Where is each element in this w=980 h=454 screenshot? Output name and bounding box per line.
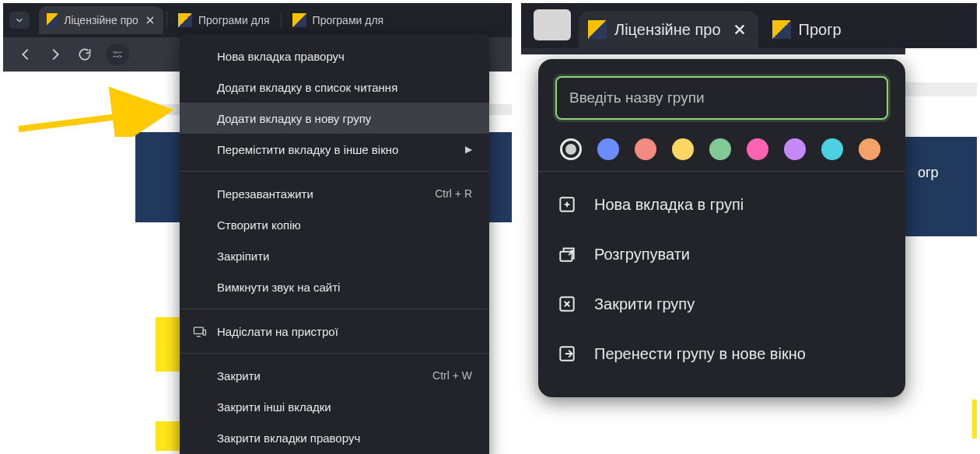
svg-point-0 [114,51,117,54]
tab-active[interactable]: Ліцензійне про [579,11,758,48]
tab-divider [166,12,167,29]
favicon-icon [292,13,306,27]
plus-square-icon [557,194,577,215]
tab-bar: Ліцензійне про Прогр [521,3,977,48]
cm-new-tab-right[interactable]: Нова вкладка праворуч [180,40,489,72]
cm-add-to-reading-list[interactable]: Додати вкладку в список читання [180,72,489,103]
tab-close-button[interactable] [733,22,749,37]
arrow-right-icon [47,46,64,63]
tab-active[interactable]: Ліцензійне про [39,6,163,34]
reload-button[interactable] [76,46,93,63]
tab-search-dropdown[interactable] [9,12,30,29]
ungroup-icon [557,244,577,264]
devices-icon [192,323,208,339]
tab-label: Програми для [198,14,270,26]
shortcut-label: Ctrl + R [435,187,472,200]
tab-close-button[interactable] [145,13,156,27]
group-new-tab[interactable]: Нова вкладка в групі [555,180,888,229]
right-screenshot: Ліцензійне про Прогр огр Нова [521,3,977,451]
menu-separator [180,171,489,172]
close-icon [733,23,746,36]
favicon-icon [47,13,58,27]
menu-separator [180,309,489,309]
tab-bar: Ліцензійне про Програми для Програми для [3,3,512,37]
cm-move-to-window[interactable]: Перемістити вкладку в інше вікно▶ [180,134,489,165]
svg-rect-3 [203,330,205,335]
forward-button[interactable] [47,46,64,63]
reload-icon [77,47,93,62]
cm-send-to-devices[interactable]: Надіслати на пристрої [180,316,489,347]
tune-icon [111,48,124,61]
color-option-blue[interactable] [597,138,619,160]
color-option-purple[interactable] [784,138,806,160]
color-option-cyan[interactable] [821,138,843,160]
move-window-icon [557,344,577,364]
site-settings-button[interactable] [106,44,129,65]
cm-reload[interactable]: ПерезавантажитиCtrl + R [180,178,489,209]
tab-label: Прогр [799,21,842,39]
menu-separator [180,353,489,354]
tab-label: Ліцензійне про [64,14,138,26]
favicon-icon [588,20,607,39]
chevron-down-icon [14,15,25,26]
color-option-green[interactable] [709,138,731,160]
group-move-new-window[interactable]: Перенести групу в нове вікно [555,329,888,379]
color-option-red[interactable] [635,138,656,160]
tab-label: Програми для [313,14,384,26]
arrow-left-icon [17,46,34,63]
svg-point-1 [118,55,121,58]
color-option-pink[interactable] [747,138,768,160]
cm-close-others[interactable]: Закрити інші вкладки [180,391,489,422]
svg-rect-2 [194,327,204,334]
chevron-right-icon: ▶ [465,144,472,155]
back-button[interactable] [17,46,34,63]
page-content: огр [905,48,977,451]
cm-close[interactable]: ЗакритиCtrl + W [180,360,489,391]
color-option-grey[interactable] [560,138,582,160]
page-partial-text: огр [918,165,939,181]
menu-separator [538,171,905,172]
cm-pin[interactable]: Закріпити [180,240,489,271]
left-screenshot: Ліцензійне про Програми для Програми для… [3,3,512,451]
color-option-orange[interactable] [859,138,880,160]
group-name-input[interactable] [555,76,888,120]
group-color-picker [555,138,888,160]
tab-inactive[interactable]: Програми для [170,6,278,34]
tab-context-menu: Нова вкладка праворуч Додати вкладку в с… [180,34,489,454]
favicon-icon [178,13,192,27]
close-icon [145,16,155,25]
group-ungroup[interactable]: Розгрупувати [555,229,888,279]
color-option-yellow[interactable] [672,138,694,160]
tab-group-indicator[interactable] [534,9,571,40]
shortcut-label: Ctrl + W [432,369,472,382]
favicon-icon [772,20,791,39]
tab-inactive[interactable]: Програми для [285,6,392,34]
close-square-icon [557,294,577,314]
cm-add-to-new-group[interactable]: Додати вкладку в нову групу [180,103,489,134]
tab-inactive[interactable]: Прогр [758,11,851,48]
tab-divider [281,12,282,29]
group-close[interactable]: Закрити групу [555,279,888,329]
cm-duplicate[interactable]: Створити копію [180,209,489,240]
cm-mute-site[interactable]: Вимкнути звук на сайті [180,271,489,302]
tab-label: Ліцензійне про [614,21,721,39]
tab-group-popup: Нова вкладка в групі Розгрупувати Закрит… [538,59,905,397]
cm-close-right[interactable]: Закрити вкладки праворуч [180,422,489,453]
